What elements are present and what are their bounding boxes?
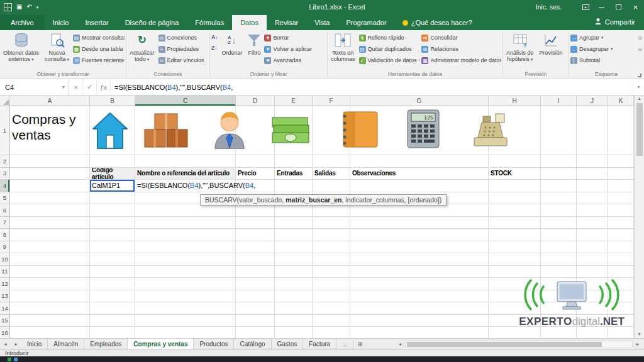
cell-J15[interactable] bbox=[577, 315, 608, 327]
cell-A15[interactable] bbox=[10, 315, 90, 327]
cell-I8[interactable] bbox=[541, 229, 577, 241]
cell-E9[interactable] bbox=[275, 241, 313, 254]
filter-button[interactable]: Filtro bbox=[246, 31, 262, 57]
cell-C7[interactable] bbox=[135, 217, 236, 229]
cell-H12[interactable] bbox=[489, 278, 541, 290]
maximize-button[interactable] bbox=[610, 0, 627, 14]
formula-input[interactable]: =SI(ESBLANCO(B4),"",BUSCARV(B4, bbox=[111, 79, 633, 95]
cell-H1[interactable] bbox=[489, 106, 541, 155]
cell-B1[interactable] bbox=[90, 106, 135, 155]
cell-B9[interactable] bbox=[90, 241, 135, 254]
cell-E15[interactable] bbox=[275, 315, 313, 327]
cell-A4[interactable] bbox=[10, 180, 90, 192]
row-header-8[interactable]: 8 bbox=[0, 229, 10, 241]
row-header-5[interactable]: 5 bbox=[0, 192, 10, 205]
name-box[interactable]: C4 ▾ bbox=[0, 79, 69, 95]
remove-duplicates-button[interactable]: ▤Quitar duplicados bbox=[359, 45, 420, 53]
new-sheet-icon[interactable]: ⊕ bbox=[353, 339, 366, 349]
get-external-data-button[interactable]: Obtener datosexternos ▾ bbox=[1, 31, 41, 64]
cell-F12[interactable] bbox=[313, 278, 350, 290]
cell-I7[interactable] bbox=[541, 217, 577, 229]
consolidate-button[interactable]: ⇉Consolidar bbox=[421, 33, 501, 42]
cell-B7[interactable] bbox=[90, 217, 135, 229]
row-header-10[interactable]: 10 bbox=[0, 253, 10, 266]
row-header-15[interactable]: 15 bbox=[0, 315, 10, 327]
cell-C8[interactable] bbox=[135, 229, 236, 241]
cell-K6[interactable] bbox=[608, 204, 634, 217]
select-all-corner[interactable] bbox=[0, 96, 10, 106]
scroll-right-icon[interactable]: ▸ bbox=[633, 341, 643, 347]
cell-F15[interactable] bbox=[313, 315, 350, 327]
cell-I6[interactable] bbox=[541, 204, 577, 217]
cell-I1[interactable] bbox=[541, 106, 577, 155]
cell-G14[interactable] bbox=[350, 302, 489, 315]
cell-E14[interactable] bbox=[275, 302, 313, 315]
cell-A6[interactable] bbox=[10, 204, 90, 217]
cell-K11[interactable] bbox=[608, 266, 634, 278]
cell-K1[interactable] bbox=[608, 106, 634, 155]
cell-E8[interactable] bbox=[275, 229, 313, 241]
cell-K2[interactable] bbox=[608, 155, 634, 168]
cell-H16[interactable] bbox=[489, 327, 541, 338]
column-header-h[interactable]: H bbox=[489, 96, 541, 106]
cell-B15[interactable] bbox=[90, 315, 135, 327]
row-header-11[interactable]: 11 bbox=[0, 266, 10, 278]
row-header-3[interactable]: 3 bbox=[0, 168, 10, 180]
group-button[interactable]: →Agrupar ▾⊞ bbox=[570, 33, 642, 42]
relationships-button[interactable]: ⊞Relaciones bbox=[421, 45, 501, 53]
show-queries-button[interactable]: ▤Mostrar consultas bbox=[73, 33, 125, 42]
cell-C3[interactable]: Nombre o referencia del artículo bbox=[135, 168, 236, 180]
hide-detail-icon[interactable]: ⊟ bbox=[638, 47, 642, 52]
text-to-columns-button[interactable]: Texto encolumnas bbox=[329, 31, 357, 64]
connections-button[interactable]: ◎Conexiones bbox=[158, 33, 204, 42]
tab-insertar[interactable]: Insertar bbox=[77, 15, 116, 30]
name-box-dropdown-icon[interactable]: ▾ bbox=[58, 84, 69, 90]
data-validation-button[interactable]: ✓Validación de datos ▾ bbox=[359, 56, 420, 65]
cell-J16[interactable] bbox=[577, 327, 608, 338]
cell-H11[interactable] bbox=[489, 266, 541, 278]
cell-G6[interactable] bbox=[350, 204, 489, 217]
row-header-2[interactable]: 2 bbox=[0, 155, 10, 168]
cell-B13[interactable] bbox=[90, 290, 135, 303]
cell-H14[interactable] bbox=[489, 302, 541, 315]
cell-E10[interactable] bbox=[275, 253, 313, 266]
cell-I5[interactable] bbox=[541, 192, 577, 205]
cell-D14[interactable] bbox=[236, 302, 275, 315]
cell-K3[interactable] bbox=[608, 168, 634, 180]
show-detail-icon[interactable]: ⊞ bbox=[638, 35, 642, 41]
cancel-button[interactable]: × bbox=[69, 79, 83, 95]
cell-J1[interactable] bbox=[577, 106, 608, 155]
cell-C16[interactable] bbox=[135, 327, 236, 338]
cell-E6[interactable] bbox=[275, 204, 313, 217]
forecast-sheet-button[interactable]: Previsión bbox=[538, 31, 565, 57]
cell-G10[interactable] bbox=[350, 253, 489, 266]
column-header-i[interactable]: I bbox=[541, 96, 577, 106]
refresh-all-button[interactable]: ↻ Actualizartodo ▾ bbox=[128, 31, 157, 64]
cell-J2[interactable] bbox=[577, 155, 608, 168]
cell-K4[interactable] bbox=[608, 180, 634, 192]
cell-D2[interactable] bbox=[236, 155, 275, 168]
cell-B3[interactable]: Código artículo bbox=[90, 168, 135, 180]
cell-I15[interactable] bbox=[541, 315, 577, 327]
cell-E2[interactable] bbox=[275, 155, 313, 168]
cell-A13[interactable] bbox=[10, 290, 90, 303]
cell-D15[interactable] bbox=[236, 315, 275, 327]
cell-B16[interactable] bbox=[90, 327, 135, 338]
row-header-16[interactable]: 16 bbox=[0, 327, 10, 338]
taskbar-app-icon[interactable] bbox=[14, 358, 18, 361]
cell-E13[interactable] bbox=[275, 290, 313, 303]
tab-revisar[interactable]: Revisar bbox=[267, 15, 306, 30]
from-table-button[interactable]: ▦Desde una tabla bbox=[73, 45, 125, 53]
horizontal-scroll-thumb[interactable] bbox=[407, 342, 602, 347]
cell-J4[interactable] bbox=[577, 180, 608, 192]
cell-I4[interactable] bbox=[541, 180, 577, 192]
expand-formula-bar-icon[interactable]: ▾ bbox=[633, 79, 644, 95]
cell-H2[interactable] bbox=[489, 155, 541, 168]
cell-E3[interactable]: Entradas bbox=[275, 168, 313, 180]
ungroup-button[interactable]: ←Desagrupar ▾⊟ bbox=[570, 45, 642, 53]
cell-G4[interactable] bbox=[350, 180, 489, 192]
cell-K15[interactable] bbox=[608, 315, 634, 327]
insert-function-button[interactable]: ƒx bbox=[97, 79, 111, 95]
cell-A16[interactable] bbox=[10, 327, 90, 338]
taskbar-excel-icon[interactable] bbox=[8, 358, 11, 361]
